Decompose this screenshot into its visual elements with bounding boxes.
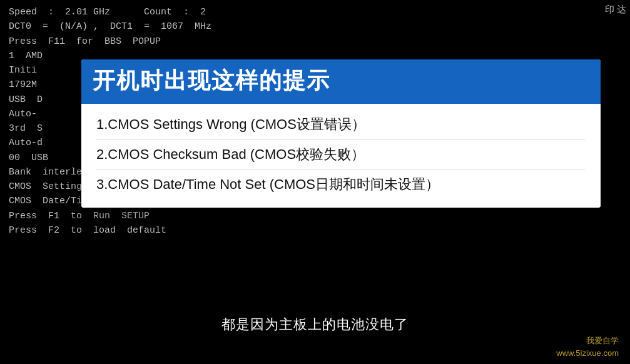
bios-line-2: DCT0 = (N/A) , DCT1 = 1067 MHz (9, 19, 621, 34)
top-right-label: 印 达 (605, 4, 626, 16)
popup-title: 开机时出现这样的提示 (81, 59, 601, 104)
popup-item-1: 1.CMOS Settings Wrong (CMOS设置错误） (96, 110, 586, 140)
watermark-line2: www.5izixue.com (556, 347, 619, 360)
bios-line-1: Speed : 2.01 GHz Count : 2 (9, 5, 621, 19)
subtitle-text: 都是因为主板上的电池没电了 (221, 316, 409, 332)
watermark-line1: 我爱自学 (556, 335, 619, 347)
bios-line-4: Press F11 for BBS POPUP (9, 34, 621, 49)
popup-item-3: 3.CMOS Date/Time Not Set (CMOS日期和时间未设置） (96, 170, 586, 200)
popup-card: 开机时出现这样的提示 1.CMOS Settings Wrong (CMOS设置… (81, 59, 601, 208)
watermark: 我爱自学 www.5izixue.com (556, 335, 619, 359)
bios-line-19: Press F2 to load default (9, 223, 621, 238)
bios-line-18: Press F1 to Run SETUP (9, 209, 621, 223)
popup-body: 1.CMOS Settings Wrong (CMOS设置错误） 2.CMOS … (81, 104, 601, 208)
subtitle-bar: 都是因为主板上的电池没电了 (0, 311, 630, 338)
popup-item-2: 2.CMOS Checksum Bad (CMOS校验失败） (96, 140, 586, 170)
